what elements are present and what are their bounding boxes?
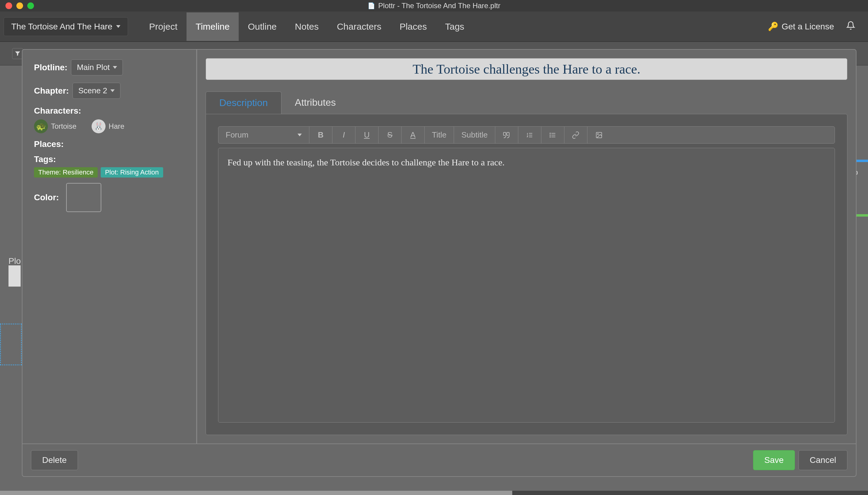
character-name: Tortoise [51,122,77,131]
italic-button[interactable]: I [332,126,356,143]
left-plotline-label: Plo [9,256,21,266]
bullet-list-button[interactable] [541,126,564,143]
character-hare[interactable]: 🐰 Hare [92,119,124,133]
file-name-dropdown[interactable]: The Tortoise And The Hare [4,17,128,36]
caret-down-icon [113,66,117,69]
cancel-button[interactable]: Cancel [799,450,847,470]
content-tabs: Description Attributes [206,91,847,114]
image-button[interactable] [588,126,610,143]
plotline-label: Plotline: [34,63,67,72]
caret-down-icon [110,89,115,92]
tab-attributes[interactable]: Attributes [281,91,349,114]
key-icon: 🔑 [768,21,779,32]
left-white-block [9,266,21,287]
caret-down-icon [297,134,302,136]
color-row: Color: [34,183,185,212]
font-dropdown[interactable]: Forum [218,126,309,143]
modal-sidebar: Plotline: Main Plot Chapter: Scene 2 Cha… [22,50,197,444]
modal-footer: Delete Save Cancel [22,444,856,476]
character-tortoise[interactable]: 🐢 Tortoise [34,119,77,133]
tab-description[interactable]: Description [206,91,281,114]
top-bar: The Tortoise And The Hare Project Timeli… [0,12,868,42]
horizontal-scrollbar[interactable] [0,491,868,495]
editor-toolbar: Forum B I U S A Title Subtitle [218,126,835,143]
plotline-value: Main Plot [77,63,110,72]
window-title-text: Plottr - The Tortoise And The Hare.pltr [378,1,501,10]
filter-icon[interactable] [12,48,23,59]
get-license-button[interactable]: 🔑 Get a License [768,21,834,32]
nav-tab-places[interactable]: Places [390,13,436,41]
nav-tab-timeline[interactable]: Timeline [186,13,239,41]
notification-bell-icon[interactable] [846,21,855,32]
maximize-window-button[interactable] [27,2,34,9]
quote-button[interactable] [495,126,518,143]
plotline-row: Plotline: Main Plot [34,59,185,75]
add-card-placeholder[interactable] [0,324,22,365]
tortoise-avatar-icon: 🐢 [34,119,48,133]
text-color-button[interactable]: A [402,126,425,143]
nav-tab-tags[interactable]: Tags [436,13,473,41]
editor-area: Forum B I U S A Title Subtitle [206,114,847,435]
underline-button[interactable]: U [356,126,378,143]
chapter-dropdown[interactable]: Scene 2 [72,83,120,99]
svg-point-8 [550,137,551,137]
delete-button[interactable]: Delete [31,450,78,470]
svg-point-7 [550,135,551,135]
chapter-value: Scene 2 [78,86,107,96]
save-button[interactable]: Save [753,450,795,470]
minimize-window-button[interactable] [16,2,23,9]
window-title: 📄 Plottr - The Tortoise And The Hare.plt… [367,1,501,10]
bold-button[interactable]: B [309,126,332,143]
strikethrough-button[interactable]: S [378,126,402,143]
font-name: Forum [226,130,248,140]
subtitle-style-button[interactable]: Subtitle [454,126,495,143]
tag-theme[interactable]: Theme: Resilience [34,167,98,177]
close-window-button[interactable] [5,2,12,9]
plotline-dropdown[interactable]: Main Plot [71,59,122,75]
nav-tab-outline[interactable]: Outline [239,13,286,41]
characters-list: 🐢 Tortoise 🐰 Hare [34,119,185,133]
title-bar: 📄 Plottr - The Tortoise And The Hare.plt… [0,0,868,12]
document-icon: 📄 [367,2,375,10]
nav-tab-project[interactable]: Project [140,13,186,41]
chapter-row: Chapter: Scene 2 [34,83,185,99]
traffic-lights [0,2,34,9]
scene-title-input[interactable] [206,58,847,80]
caret-down-icon [116,25,120,28]
color-swatch[interactable] [66,183,101,212]
nav-tab-notes[interactable]: Notes [286,13,328,41]
link-button[interactable] [564,126,588,143]
svg-point-6 [550,133,551,134]
top-right: 🔑 Get a License [768,21,864,32]
nav-tabs: Project Timeline Outline Notes Character… [140,13,473,41]
svg-point-10 [597,134,599,135]
modal-content: Description Attributes Forum B I U S A T… [197,50,856,444]
color-label: Color: [34,193,59,202]
places-label: Places: [34,139,185,149]
scene-editor-modal: Plotline: Main Plot Chapter: Scene 2 Cha… [22,49,856,477]
ordered-list-button[interactable] [518,126,541,143]
description-editor[interactable]: Fed up with the teasing, the Tortoise de… [218,148,835,423]
tags-row: Theme: Resilience Plot: Rising Action [34,167,185,177]
character-name: Hare [109,122,124,131]
nav-tab-characters[interactable]: Characters [328,13,391,41]
tags-label: Tags: [34,154,185,164]
license-label: Get a License [782,22,834,32]
modal-body: Plotline: Main Plot Chapter: Scene 2 Cha… [22,50,856,444]
file-name-label: The Tortoise And The Hare [11,22,113,32]
hare-avatar-icon: 🐰 [92,119,105,133]
title-style-button[interactable]: Title [425,126,454,143]
characters-label: Characters: [34,106,185,116]
tag-plot[interactable]: Plot: Rising Action [101,167,163,177]
chapter-label: Chapter: [34,86,69,96]
